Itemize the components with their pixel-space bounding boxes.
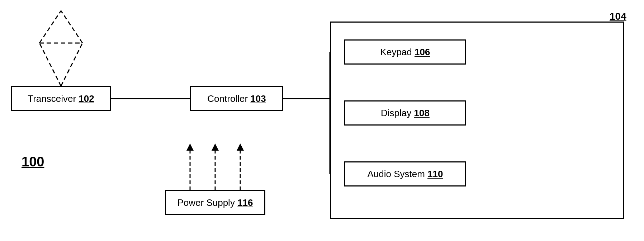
transceiver-number: 102 (79, 93, 94, 104)
diagram: Transceiver 102 Controller 103 Power Sup… (0, 0, 644, 241)
svg-line-2 (39, 11, 61, 43)
power-supply-number: 116 (237, 197, 253, 208)
display-number: 108 (414, 108, 430, 119)
audio-system-box: Audio System 110 (344, 161, 466, 186)
keypad-box: Keypad 106 (344, 39, 466, 65)
transceiver-label: Transceiver (28, 93, 76, 104)
keypad-number: 106 (415, 47, 430, 58)
svg-line-1 (61, 43, 82, 86)
display-label: Display (381, 108, 411, 119)
keypad-label: Keypad (380, 47, 412, 58)
audio-system-label: Audio System (367, 169, 425, 180)
display-box: Display 108 (344, 100, 466, 126)
controller-number: 103 (250, 93, 266, 104)
audio-system-number: 110 (427, 169, 443, 180)
system-label: 100 (22, 154, 44, 170)
svg-marker-10 (212, 143, 219, 151)
svg-marker-12 (237, 143, 244, 151)
power-supply-label: Power Supply (177, 197, 235, 208)
transceiver-box: Transceiver 102 (11, 86, 111, 111)
power-supply-box: Power Supply 116 (165, 190, 265, 215)
svg-line-0 (39, 43, 61, 86)
controller-label: Controller (207, 93, 248, 104)
svg-marker-8 (186, 143, 194, 151)
svg-line-3 (61, 11, 82, 43)
outer-box-label: 104 (610, 11, 626, 22)
controller-box: Controller 103 (190, 86, 283, 111)
